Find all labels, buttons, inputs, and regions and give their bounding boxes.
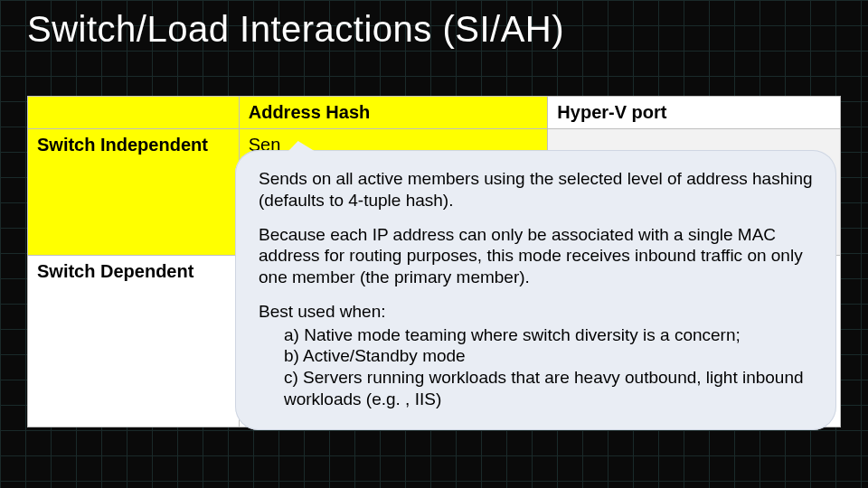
callout-best-label: Best used when: [259, 301, 813, 323]
callout-opt-c: c) Servers running workloads that are he… [259, 367, 813, 410]
callout-p2: Because each IP address can only be asso… [259, 224, 813, 288]
table-header-row: Address Hash Hyper-V port [28, 97, 841, 129]
slide-title: Switch/Load Interactions (SI/AH) [27, 9, 564, 50]
callout-opt-b: b) Active/Standby mode [259, 345, 813, 367]
header-address-hash: Address Hash [239, 97, 548, 129]
row-label-si: Switch Independent [28, 129, 240, 256]
header-hyperv-port: Hyper-V port [548, 97, 841, 129]
callout-bubble: Sends on all active members using the se… [235, 150, 836, 430]
row-label-sd: Switch Dependent [28, 256, 240, 427]
callout-opt-a: a) Native mode teaming where switch dive… [259, 324, 813, 346]
callout-p1: Sends on all active members using the se… [259, 168, 813, 211]
header-blank [28, 97, 240, 129]
